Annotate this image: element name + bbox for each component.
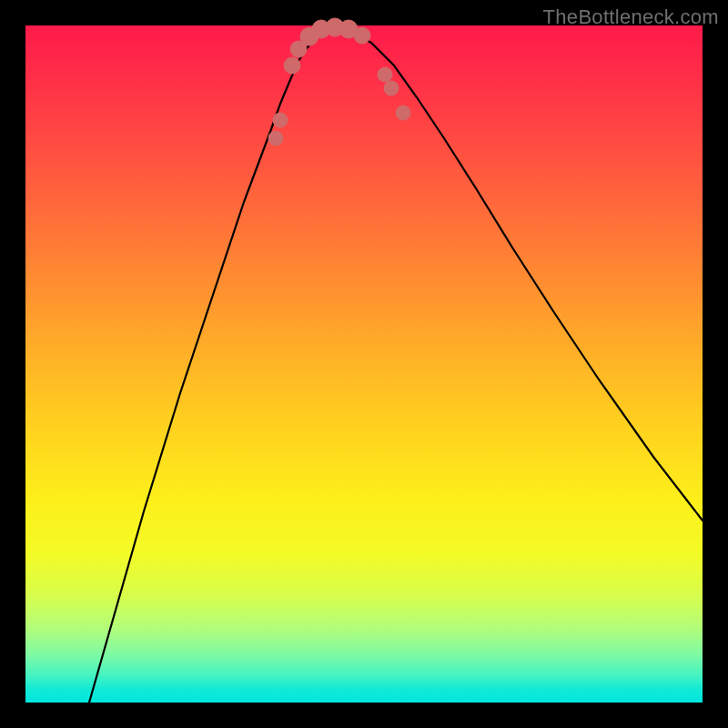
data-marker [268, 131, 283, 146]
bottleneck-curve [89, 29, 703, 703]
watermark-text: TheBottleneck.com [543, 5, 719, 29]
chart-frame: TheBottleneck.com [0, 0, 728, 728]
data-marker [273, 113, 288, 127]
curve-path [89, 29, 703, 703]
data-marker [384, 81, 399, 96]
data-marker [396, 106, 410, 120]
curve-svg [25, 25, 703, 703]
plot-area [25, 25, 703, 703]
data-marker [378, 67, 392, 82]
data-marker [354, 27, 370, 44]
data-marker [284, 57, 300, 74]
